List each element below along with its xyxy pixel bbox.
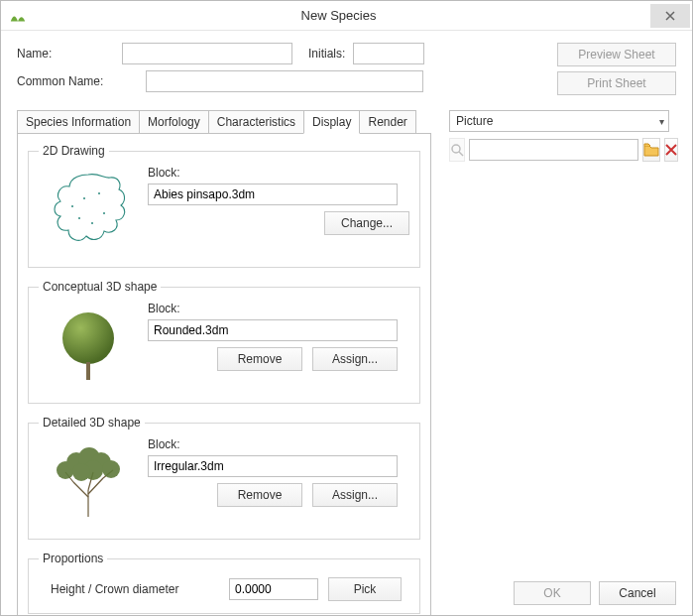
group-detailed-3d: Detailed 3D shape [28,416,420,540]
picture-combo[interactable]: Picture ▾ [449,110,669,132]
group-conceptual-3d: Conceptual 3D shape Block: [28,280,420,404]
remove-button-detailed[interactable]: Remove [217,483,302,507]
tree-plan-icon [45,169,132,252]
assign-button-conceptual[interactable]: Assign... [312,347,398,371]
group-detailed-3d-legend: Detailed 3D shape [39,416,145,430]
folder-icon [643,143,659,157]
block-label-conceptual: Block: [148,302,409,315]
svg-point-15 [452,145,460,153]
group-2d-drawing: 2D Drawing Block: Change.. [28,144,420,268]
svg-point-1 [98,192,100,194]
tree-irregular-icon [44,442,133,522]
svg-point-12 [102,460,120,478]
group-proportions-legend: Proportions [39,552,107,565]
tab-species-information[interactable]: Species Information [17,110,140,134]
svg-rect-7 [86,362,90,380]
block-label-detailed: Block: [148,437,409,451]
initials-input[interactable] [353,43,424,64]
remove-button-conceptual[interactable]: Remove [217,347,302,371]
tab-morfology[interactable]: Morfology [139,110,209,134]
title-bar: New Species [1,1,692,31]
name-label: Name: [17,47,122,61]
browse-picture-button[interactable] [642,138,660,162]
svg-point-4 [91,222,93,224]
svg-point-3 [78,217,80,219]
svg-point-0 [83,197,85,199]
block-label-2d: Block: [148,166,409,180]
picture-path-input[interactable] [469,139,638,161]
block-input-2d[interactable] [148,184,398,205]
group-2d-drawing-legend: 2D Drawing [39,144,109,158]
cancel-button[interactable]: Cancel [599,581,676,605]
tab-render[interactable]: Render [359,110,415,134]
ok-button[interactable]: OK [514,581,591,605]
pick-button[interactable]: Pick [328,577,402,601]
preview-detailed-3d [39,437,138,527]
common-name-label: Common Name: [17,74,146,88]
assign-button-detailed[interactable]: Assign... [312,483,398,507]
svg-point-5 [71,205,73,207]
search-icon [450,143,464,157]
proportions-label: Height / Crown diameter [51,582,219,596]
delete-picture-button[interactable] [664,138,678,162]
chevron-down-icon: ▾ [659,116,664,127]
delete-icon [665,144,677,156]
tab-characteristics[interactable]: Characteristics [208,110,304,134]
close-icon [665,11,675,21]
tree-rounded-icon [49,305,128,388]
tab-body-display: 2D Drawing Block: Change.. [17,133,431,616]
print-sheet-button[interactable]: Print Sheet [557,71,676,95]
window-title: New Species [27,8,650,23]
close-button[interactable] [650,4,690,28]
tab-display[interactable]: Display [303,110,360,134]
group-proportions: Proportions Height / Crown diameter Pick [28,552,420,614]
search-picture-button [449,138,465,162]
name-input[interactable] [122,43,292,64]
initials-label: Initials: [308,47,345,61]
app-icon [9,9,27,23]
proportions-input[interactable] [229,578,318,600]
picture-combo-label: Picture [456,114,493,128]
preview-2d-drawing [39,166,138,255]
tab-strip: Species Information Morfology Characteri… [17,110,431,134]
block-input-conceptual[interactable] [148,319,398,341]
change-button-2d[interactable]: Change... [324,211,409,235]
common-name-input[interactable] [146,70,423,92]
group-conceptual-3d-legend: Conceptual 3D shape [39,280,161,294]
svg-point-14 [72,463,90,481]
preview-sheet-button[interactable]: Preview Sheet [557,43,676,66]
preview-conceptual-3d [39,302,138,391]
svg-point-6 [62,312,114,364]
block-input-detailed[interactable] [148,455,398,477]
svg-point-2 [103,212,105,214]
